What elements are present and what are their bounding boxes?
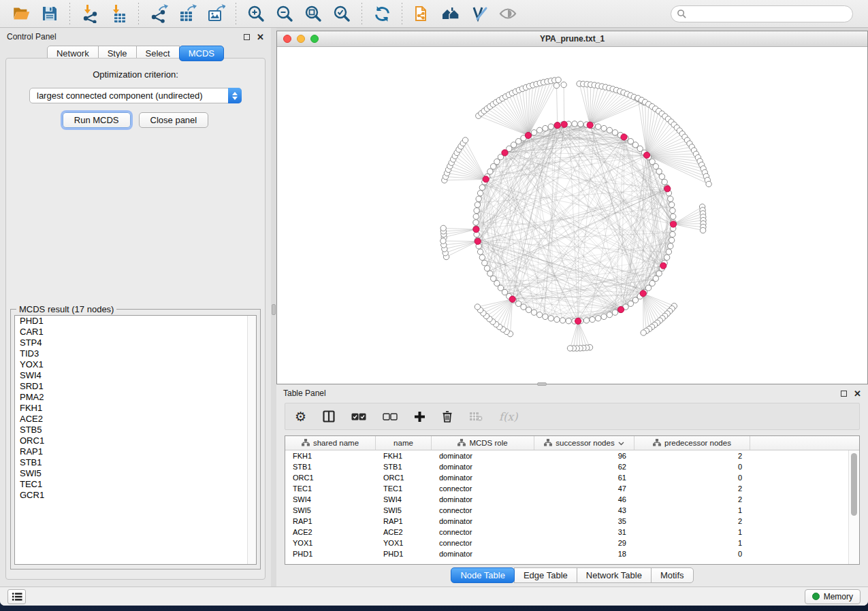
table-cell[interactable]: FKH1 [376,452,432,460]
mcds-result-item[interactable]: STB5 [15,425,256,435]
task-history-button[interactable] [7,589,26,604]
mcds-result-item[interactable]: SWI5 [15,468,256,479]
table-tab-network-table[interactable]: Network Table [577,567,652,583]
search-input[interactable] [687,9,852,18]
zoom-out-icon[interactable] [273,3,296,24]
mcds-result-item[interactable]: ACE2 [15,414,256,425]
table-cell[interactable]: dominator [432,517,534,525]
mcds-list-scrollbar[interactable] [247,316,256,564]
table-row-YOX1[interactable]: YOX1YOX1connector291 [285,538,848,548]
table-row-STB1[interactable]: STB1STB1dominator620 [285,461,848,472]
horizontal-splitter-handle[interactable] [537,382,547,386]
table-cell[interactable]: RAP1 [285,517,376,525]
table-cell[interactable]: STB1 [285,463,376,471]
float-panel-icon[interactable] [244,34,250,40]
add-column-icon[interactable] [414,407,425,426]
table-cell[interactable]: 1 [634,506,750,514]
table-row-RAP1[interactable]: RAP1RAP1dominator352 [285,516,848,527]
table-cell[interactable]: 0 [634,474,750,482]
table-row-SWI4[interactable]: SWI4SWI4dominator462 [285,494,848,505]
table-row-PHD1[interactable]: PHD1PHD1dominator180 [285,548,848,559]
mcds-result-item[interactable]: CAR1 [15,327,256,337]
table-cell[interactable]: 18 [534,550,634,558]
column-header-predecessor-nodes[interactable]: predecessor nodes [634,436,750,450]
table-cell[interactable]: 1 [634,528,750,536]
table-cell[interactable]: dominator [432,463,534,471]
table-cell[interactable]: TEC1 [285,484,376,493]
home-icon[interactable] [439,3,462,24]
table-cell[interactable]: 43 [534,506,634,514]
close-panel-button[interactable]: Close panel [139,112,209,128]
table-cell[interactable]: 47 [534,484,634,493]
export-image-icon[interactable] [204,3,227,24]
close-table-panel-icon[interactable]: ✕ [854,391,861,397]
settings-gear-icon[interactable]: ⚙ [295,407,306,426]
table-cell[interactable]: STB1 [376,463,432,471]
deselect-all-icon[interactable] [383,407,398,426]
mcds-result-item[interactable]: TID3 [15,348,256,359]
table-cell[interactable]: SWI4 [285,495,376,503]
select-all-icon[interactable] [351,407,366,426]
mcds-result-item[interactable]: RAP1 [15,446,256,457]
table-cell[interactable]: RAP1 [376,517,432,525]
table-cell[interactable]: ORC1 [285,474,376,482]
mcds-result-item[interactable]: STP4 [15,337,256,348]
mcds-result-item[interactable]: PMA2 [15,392,256,403]
mcds-result-item[interactable]: STB1 [15,457,256,468]
table-cell[interactable]: 1 [634,539,750,547]
memory-button[interactable]: Memory [805,589,861,604]
import-table-icon[interactable] [107,3,130,24]
table-cell[interactable]: 46 [534,495,634,503]
table-cell[interactable]: ACE2 [285,528,376,536]
table-cell[interactable]: SWI4 [376,495,432,503]
run-mcds-button[interactable]: Run MCDS [63,112,131,128]
zoom-in-icon[interactable] [244,3,268,24]
column-header-shared-name[interactable]: shared name [285,436,376,450]
table-cell[interactable]: TEC1 [376,484,432,493]
table-cell[interactable]: 35 [534,517,634,525]
table-cell[interactable]: ACE2 [376,528,432,536]
zoom-selected-icon[interactable] [330,3,353,24]
control-tab-mcds[interactable]: MCDS [179,46,224,61]
zoom-fit-icon[interactable] [302,3,325,24]
table-cell[interactable]: 96 [534,452,634,460]
table-row-ORC1[interactable]: ORC1ORC1dominator610 [285,472,848,483]
table-cell[interactable]: dominator [432,474,534,482]
table-cell[interactable]: dominator [432,550,534,558]
table-cell[interactable]: connector [432,484,534,493]
table-cell[interactable]: dominator [432,495,534,503]
table-cell[interactable]: ORC1 [376,474,432,482]
table-cell[interactable]: 31 [534,528,634,536]
table-cell[interactable]: 2 [634,495,750,503]
open-file-icon[interactable] [10,3,33,24]
table-cell[interactable]: 2 [634,517,750,525]
table-cell[interactable]: 62 [534,463,634,471]
float-table-panel-icon[interactable] [841,391,847,397]
export-network-icon[interactable] [147,3,170,24]
mcds-result-item[interactable]: PHD1 [15,316,256,327]
table-cell[interactable]: connector [432,539,534,547]
refresh-view-icon[interactable] [370,3,393,24]
save-session-icon[interactable] [38,3,61,24]
vertical-splitter[interactable] [271,28,276,587]
delete-column-trash-icon[interactable] [442,407,453,426]
column-header-MCDS-role[interactable]: MCDS role [432,436,534,450]
table-cell[interactable]: SWI5 [376,506,432,514]
table-cell[interactable]: 0 [634,550,750,558]
table-cell[interactable]: 2 [634,452,750,460]
table-row-TEC1[interactable]: TEC1TEC1connector472 [285,483,848,494]
close-panel-icon[interactable]: ✕ [257,34,264,40]
table-cell[interactable]: 0 [634,463,750,471]
table-cell[interactable]: YOX1 [285,539,376,547]
table-cell[interactable]: PHD1 [376,550,432,558]
table-cell[interactable]: PHD1 [285,550,376,558]
export-table-icon[interactable] [176,3,199,24]
network-window-titlebar[interactable]: YPA_prune.txt_1 [277,31,867,47]
column-header-successor-nodes[interactable]: successor nodes [534,436,634,450]
mcds-result-item[interactable]: SWI4 [15,370,256,381]
table-cell[interactable]: connector [432,506,534,514]
table-row-ACE2[interactable]: ACE2ACE2connector311 [285,527,848,538]
mcds-result-item[interactable]: SRD1 [15,381,256,392]
optimization-criterion-select[interactable]: largest connected component (undirected) [29,88,242,103]
table-row-SWI5[interactable]: SWI5SWI5connector431 [285,505,848,516]
